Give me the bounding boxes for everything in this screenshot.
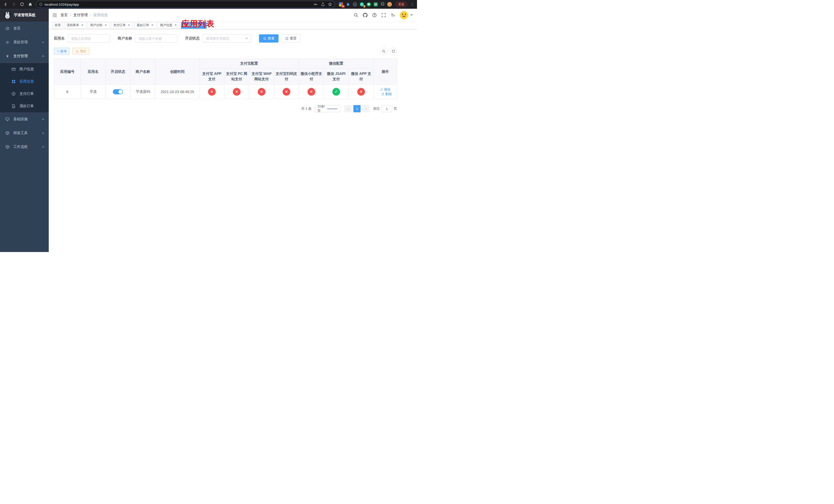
- breadcrumb-payment[interactable]: 支付管理: [73, 13, 88, 18]
- browser-profile-avatar[interactable]: [387, 2, 392, 7]
- browser-menu-icon[interactable]: ⋮: [409, 2, 415, 6]
- app-name-label: 应用名: [54, 36, 65, 41]
- extensions-puzzle-icon[interactable]: [380, 2, 385, 7]
- status-label: 开启状态: [185, 36, 199, 41]
- goto-label: 前往: [373, 107, 380, 111]
- extension-icon-4[interactable]: G 1: [359, 2, 364, 7]
- sidebar-item-pay-order[interactable]: 支付订单: [0, 88, 49, 100]
- merchant-name-input[interactable]: [135, 35, 177, 43]
- chevron-down-icon: [327, 108, 338, 110]
- sidebar-item-payment[interactable]: ¥ 支付管理: [0, 49, 49, 63]
- refresh-table-button[interactable]: [390, 48, 397, 55]
- add-button[interactable]: + 新增: [54, 48, 70, 55]
- tab-pay-order[interactable]: 支付订单 ×: [111, 22, 133, 29]
- search-icon: [263, 37, 266, 40]
- sidebar-item-refund-order[interactable]: 退款订单: [0, 100, 49, 112]
- status-toggle[interactable]: [113, 89, 123, 94]
- extension-badge: 10: [341, 5, 345, 8]
- bookmark-star-icon[interactable]: [328, 2, 332, 6]
- fullscreen-icon[interactable]: [379, 9, 388, 22]
- cell-create-time: 2021-10-23 08:49:25: [155, 85, 199, 99]
- browser-home-button[interactable]: [27, 1, 34, 8]
- credit-card-icon: [11, 67, 16, 71]
- app-table: 应用编号 应用名 开启状态 商户名称 创建时间 支付宝配置 微信配置 操作 支付…: [54, 59, 397, 99]
- toggle-search-button[interactable]: [380, 48, 387, 55]
- col-alipay-app: 支付宝 APP 支付: [199, 68, 224, 85]
- sidebar-logo[interactable]: 芋道管理系统: [0, 9, 49, 22]
- sidebar-item-system[interactable]: 系统管理: [0, 36, 49, 49]
- extension-icon-5[interactable]: [367, 2, 371, 7]
- extension-icon-1[interactable]: 10: [339, 2, 344, 7]
- sidebar-item-app-info[interactable]: 应用信息: [0, 75, 49, 88]
- plus-icon: +: [57, 49, 59, 53]
- tab-app-info[interactable]: 应用信息 ×: [181, 22, 206, 29]
- export-button[interactable]: 导出: [72, 48, 89, 55]
- close-icon[interactable]: ×: [151, 24, 154, 27]
- goto-page-input[interactable]: [381, 105, 392, 112]
- browser-forward-button[interactable]: [10, 1, 18, 8]
- search-button[interactable]: 搜索: [259, 35, 279, 43]
- user-menu[interactable]: [399, 11, 413, 20]
- delete-button[interactable]: 删除: [381, 92, 392, 96]
- close-icon[interactable]: ×: [174, 24, 177, 27]
- sidebar-item-label: 商户信息: [20, 67, 34, 71]
- browser-back-button[interactable]: [2, 1, 9, 8]
- table-row: 6 芋道 芋道源码 2021-10-23 08:49:25 × × × × ×: [54, 85, 397, 99]
- chevron-up-icon: [42, 54, 45, 58]
- url-text: localhost:1024/pay/app: [45, 3, 79, 6]
- tab-home[interactable]: 首页: [52, 22, 63, 29]
- extension-icon-2[interactable]: [346, 2, 350, 7]
- payment-submenu: 商户信息 应用信息 支付订单: [0, 63, 49, 112]
- col-create-time: 创建时间: [155, 59, 199, 85]
- chevron-down-icon: [42, 118, 45, 121]
- help-icon[interactable]: [370, 9, 379, 22]
- close-icon[interactable]: ×: [127, 24, 131, 27]
- extension-icon-3[interactable]: [353, 2, 357, 7]
- github-icon[interactable]: [360, 9, 370, 22]
- monitor-icon: [5, 117, 10, 121]
- site-info-icon[interactable]: [39, 3, 43, 6]
- page-number-1[interactable]: 1: [353, 105, 360, 112]
- yen-icon: ¥: [5, 54, 10, 59]
- sidebar-item-workflow[interactable]: 工作流程: [0, 140, 49, 154]
- browser-update-button[interactable]: 更新: [395, 2, 407, 7]
- sidebar-item-infrastructure[interactable]: 基础设施: [0, 112, 49, 126]
- app-name-input[interactable]: [68, 35, 110, 43]
- password-key-icon[interactable]: [314, 2, 318, 6]
- sidebar-item-dev-tools[interactable]: 研发工具: [0, 126, 49, 140]
- breadcrumb-home[interactable]: 首页: [61, 13, 68, 18]
- sidebar-toggle-icon[interactable]: [49, 9, 61, 22]
- close-icon[interactable]: ×: [81, 24, 84, 27]
- edit-button[interactable]: 修改: [380, 87, 391, 92]
- col-group-wechat: 微信配置: [299, 59, 374, 68]
- col-merchant: 商户名称: [131, 59, 155, 85]
- reset-button[interactable]: 重置: [281, 35, 301, 43]
- next-page-button[interactable]: [362, 105, 370, 112]
- prev-page-button[interactable]: [344, 105, 352, 112]
- extension-badge: 1: [364, 5, 366, 8]
- tab-flow-form[interactable]: 流程表单 ×: [64, 22, 86, 29]
- tab-merchant-info[interactable]: 商户信息 ×: [158, 22, 180, 29]
- header-search-icon[interactable]: [351, 9, 360, 22]
- col-alipay-qr: 支付宝扫码支付: [274, 68, 299, 85]
- search-form: 应用名 商户名称 开启状态 请选择开启状态: [54, 35, 397, 43]
- sidebar-item-home[interactable]: 首页: [0, 22, 49, 36]
- download-icon: [76, 50, 79, 53]
- chevron-down-icon: [42, 132, 45, 135]
- navbar: 首页 / 支付管理 / 应用信息: [49, 9, 417, 22]
- close-icon[interactable]: ×: [201, 24, 204, 27]
- browser-reload-button[interactable]: [19, 1, 26, 8]
- extension-icon-6[interactable]: W: [373, 2, 378, 7]
- cell-merchant: 芋道源码: [131, 85, 155, 99]
- address-bar[interactable]: localhost:1024/pay/app: [37, 1, 335, 8]
- font-size-icon[interactable]: [388, 9, 397, 22]
- sidebar-item-merchant-info[interactable]: 商户信息: [0, 63, 49, 75]
- status-select[interactable]: 请选择开启状态: [203, 35, 251, 43]
- close-icon[interactable]: ×: [104, 24, 107, 27]
- circle-check-icon: [11, 92, 16, 96]
- tab-refund-order[interactable]: 退款订单 ×: [134, 22, 156, 29]
- tab-user-group[interactable]: 用户分组 ×: [88, 22, 110, 29]
- share-icon[interactable]: [321, 2, 325, 6]
- alipay-app-status-icon: ×: [208, 88, 216, 96]
- page-size-select[interactable]: 10条/页: [315, 105, 340, 112]
